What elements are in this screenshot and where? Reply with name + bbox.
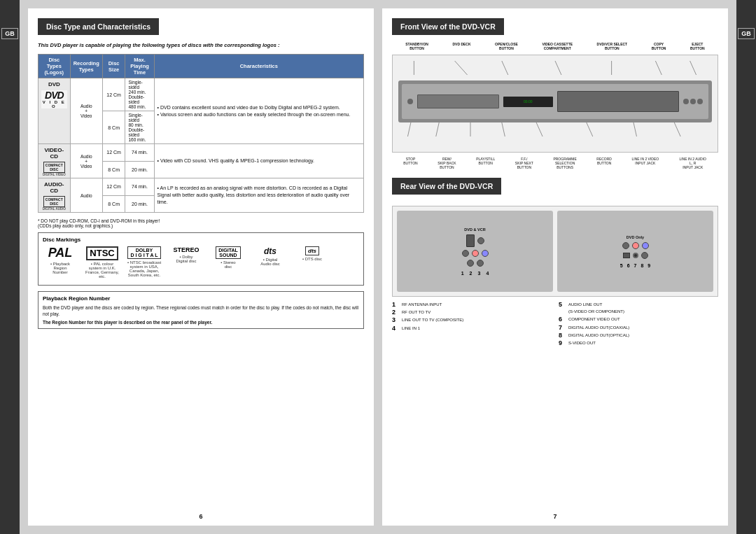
dvd-size-2: 8 Cm <box>102 111 125 144</box>
legend-item-8: 8 DIGITAL AUDIO OUT(OPTICAL) <box>559 332 718 339</box>
rear-dvd-only-label: DVD Only <box>626 235 644 239</box>
front-view-top-labels: STANDBY/ONBUTTON DVD DECK OPEN/CLOSEBUTT… <box>392 42 718 50</box>
legend-item-5: 5 AUDIO LINE OUT(S-VIDEO OR COMPONENT) <box>559 301 718 315</box>
videocd-time-2: 20 min. <box>125 161 154 178</box>
line-in-1-port <box>467 260 474 267</box>
num-9: 9 <box>648 263 650 268</box>
videocd-size-1: 12 Cm <box>102 144 125 162</box>
marking-dts: dts • DigitalAudio disc <box>253 246 288 266</box>
rear-dvd-only-ports-1 <box>622 242 649 249</box>
svg-line-11 <box>536 122 542 136</box>
standby-button-visual <box>407 99 413 104</box>
label-standby: STANDBY/ONBUTTON <box>405 42 428 50</box>
label-line-in-2-video: LINE IN 2 VIDEOINPUT JACK <box>632 157 659 169</box>
marking-dolby: DOLBYD I G I T A L • NTSC broadcastsyste… <box>127 246 162 277</box>
rear-view-diagram: DVD & VCR <box>392 206 718 297</box>
dvd-tray-visual <box>417 94 499 108</box>
playback-region-title: Playback Region Number <box>43 295 359 302</box>
label-rew-skip-back: REW/SKIP BACKBUTTON <box>438 157 456 169</box>
label-dvd-deck: DVD DECK <box>452 42 470 50</box>
front-device-body: 00:00 <box>398 80 712 122</box>
svg-line-7 <box>407 122 410 136</box>
dvd-time-1: Single-sided240 min.Double-sided480 min. <box>125 78 154 111</box>
label-open-close: OPEN/CLOSEBUTTON <box>495 42 518 50</box>
svg-line-13 <box>634 122 636 136</box>
dvd-type-label: DVD <box>41 81 67 87</box>
legend-item-6: 6 COMPONENT VIDEO OUT <box>559 316 718 323</box>
label-eject: EJECTBUTTON <box>690 42 705 50</box>
dts-logo: dts <box>264 246 276 256</box>
svg-line-5 <box>655 61 662 75</box>
col-header-playing-time: Max.PlayingTime <box>125 55 154 78</box>
stereo-logo: STEREO <box>173 246 199 253</box>
left-page: Disc Type and Characteristics This DVD p… <box>28 8 374 526</box>
num-3: 3 <box>478 271 481 276</box>
s-video-out-port <box>641 252 648 259</box>
videocd-recording: Audio+Video <box>70 144 102 178</box>
pal-logo: PAL <box>48 246 73 260</box>
footnote-text: * DO NOT play CD-ROM, CD-I and DVD-ROM i… <box>38 218 364 228</box>
legend-item-1: 1 RF ANTENNA INPUT <box>392 301 552 308</box>
bottom-connector-lines-svg <box>398 122 712 136</box>
num-8: 8 <box>640 263 643 268</box>
label-stop: STOPBUTTON <box>403 157 417 169</box>
videocd-logo: COMPACTDISC DIGITAL VIDEO <box>41 162 67 176</box>
label-line-in-2-audio: LINE IN 2 AUDIO L, RINPUT JACK <box>679 157 707 169</box>
marking-dts-disc: dts • DTS disc <box>295 246 330 261</box>
table-row-videocd: VIDEO-CD COMPACTDISC DIGITAL VIDEO Audio… <box>38 144 364 162</box>
connector-lines-svg <box>398 61 712 75</box>
dolby-logo: DOLBYD I G I T A L <box>127 246 160 259</box>
right-gb-label: GB <box>738 28 755 39</box>
vhs-compartment-visual <box>557 91 679 112</box>
left-gb-label: GB <box>1 28 18 39</box>
svg-line-1 <box>455 61 468 75</box>
right-page: Front View of the DVD-VCR STANDBY/ONBUTT… <box>382 8 728 526</box>
audiocd-type-cell: AUDIO-CD COMPACTDISC DIGITAL AUDIO <box>38 178 71 213</box>
dvd-size-1: 12 Cm <box>102 78 125 111</box>
marking-stereo: STEREO • DolbyDigital disc <box>169 246 204 263</box>
digital-sound-desc: • Stereodisc <box>220 260 235 269</box>
audiocd-type-label: AUDIO-CD <box>41 181 67 194</box>
num-4: 4 <box>486 271 489 276</box>
playback-region-bold: The Region Number for this player is des… <box>43 320 359 325</box>
right-gb-tab: GB <box>736 0 756 534</box>
svg-line-14 <box>674 122 680 136</box>
rear-dvd-vcr-label: DVD & VCR <box>464 227 485 232</box>
audiocd-size-1: 12 Cm <box>102 178 125 196</box>
rear-numbers-2: 5 6 7 8 9 <box>620 263 651 268</box>
dts-desc: • DigitalAudio disc <box>260 258 280 266</box>
disc-type-section-header: Disc Type and Characteristics <box>38 18 159 35</box>
dts-disc-desc: • DTS disc <box>302 257 322 261</box>
audiocd-time-1: 74 min. <box>125 178 154 196</box>
label-copy: COPYBUTTON <box>652 42 666 50</box>
videocd-characteristics: Video with CD sound. VHS quality & MPEG-… <box>154 144 363 178</box>
line-out-port <box>462 250 469 257</box>
left-page-number: 6 <box>199 513 202 520</box>
marking-digital-sound: DIGITALSOUND • Stereodisc <box>211 246 246 269</box>
right-page-number: 7 <box>553 513 556 520</box>
front-device-panel: 00:00 <box>402 84 708 119</box>
display-visual: 00:00 <box>503 97 554 107</box>
rear-view-section: Rear View of the DVD-VCR DVD & VCR <box>392 178 718 347</box>
label-programme: PROGRAMMESELECTIONBUTTONS <box>553 157 576 169</box>
audio-line-out-r-port <box>642 242 649 249</box>
rear-ports-row-3 <box>467 260 484 267</box>
front-view-bottom-labels: STOPBUTTON REW/SKIP BACKBUTTON PLAY/STIL… <box>392 157 718 169</box>
svg-line-3 <box>555 61 561 75</box>
col-header-disc-types: Disc Types(Logos) <box>38 55 71 78</box>
legend-item-7: 7 DIGITAL AUDIO OUT(COAXIAL) <box>559 324 718 331</box>
audiocd-characteristics: An LP is recorded as an analog signal wi… <box>154 178 363 213</box>
dts-disc-logo: dts <box>305 246 319 255</box>
rear-ports-row-2 <box>462 250 489 257</box>
legend-item-3: 3 LINE OUT TO TV (COMPOSITE) <box>392 316 552 323</box>
table-row-dvd: DVD DVD V I D E O Audio+Video 12 Cm Sing… <box>38 78 364 111</box>
rear-dvd-only-ports-2 <box>623 252 648 259</box>
videocd-type-label: VIDEO-CD <box>41 147 67 160</box>
select-button-visual <box>683 99 689 104</box>
rear-panel-dvd-only: DVD Only 5 6 7 <box>557 211 713 292</box>
rear-legend-left: 1 RF ANTENNA INPUT 2 RF OUT TO TV 3 LINE… <box>392 301 552 347</box>
rear-numbers-1: 1 2 3 4 <box>461 271 489 276</box>
rear-ports-row-1 <box>466 234 484 247</box>
audio-line-out-port <box>632 242 639 249</box>
num-6: 6 <box>627 263 630 268</box>
